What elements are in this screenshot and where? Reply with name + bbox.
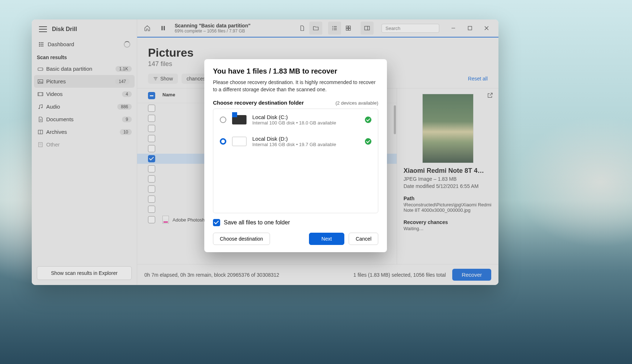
destination-radio[interactable] <box>220 117 226 123</box>
cancel-button[interactable]: Cancel <box>349 233 378 245</box>
destination-desc: Internal 136 GB disk • 19.7 GB available <box>252 142 336 147</box>
choose-destination-label: Choose recovery destination folder <box>213 100 304 106</box>
save-all-label: Save all files to one folder <box>224 219 290 226</box>
dialog-text: Please choose recovery destination. It i… <box>213 79 378 93</box>
destination-radio[interactable] <box>220 138 226 145</box>
destination-option[interactable]: Local Disk (D:)Internal 136 GB disk • 19… <box>213 131 378 152</box>
save-all-checkbox[interactable] <box>213 219 220 226</box>
check-icon <box>365 117 371 123</box>
next-button[interactable]: Next <box>309 233 345 245</box>
destination-desc: Internal 100 GB disk • 18.0 GB available <box>252 120 336 126</box>
destination-name: Local Disk (D:) <box>252 136 336 142</box>
dialog-title: You have 1 files / 1.83 MB to recover <box>213 67 378 75</box>
check-icon <box>365 138 371 145</box>
disk-icon <box>232 115 247 124</box>
app-window: Disk Drill Dashboard Scan results Basic … <box>32 19 498 285</box>
destination-name: Local Disk (C:) <box>252 114 336 120</box>
choose-destination-button[interactable]: Choose destination <box>213 233 270 245</box>
disk-icon <box>232 137 247 146</box>
devices-available-label: (2 devices available) <box>335 100 378 106</box>
recovery-destination-dialog: You have 1 files / 1.83 MB to recover Pl… <box>204 59 387 252</box>
destination-option[interactable]: Local Disk (C:)Internal 100 GB disk • 18… <box>213 109 378 131</box>
destination-list: Local Disk (C:)Internal 100 GB disk • 18… <box>213 109 378 213</box>
